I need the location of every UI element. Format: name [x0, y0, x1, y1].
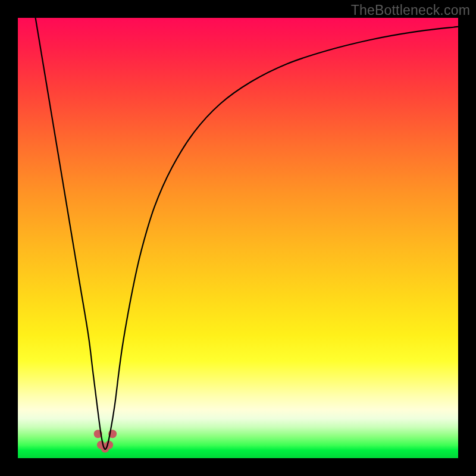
- curve-svg: [18, 18, 458, 458]
- chart-frame: TheBottleneck.com: [0, 0, 476, 476]
- plot-area: [18, 18, 458, 458]
- bottleneck-curve: [36, 18, 458, 449]
- watermark-text: TheBottleneck.com: [351, 2, 470, 18]
